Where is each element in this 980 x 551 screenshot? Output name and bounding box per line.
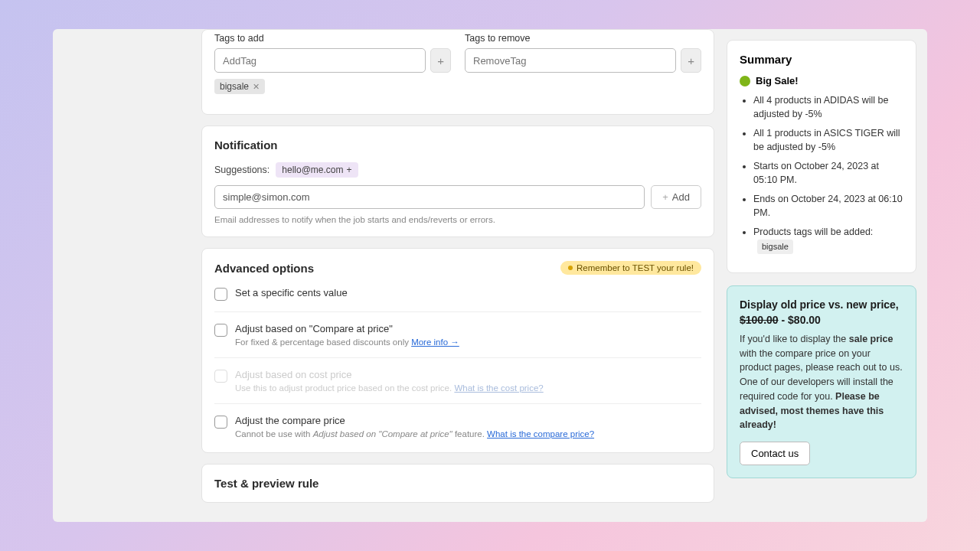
checkbox-cents[interactable] — [214, 288, 227, 301]
remove-tag-icon[interactable]: ✕ — [253, 82, 260, 92]
option-compare-price: Adjust based on "Compare at price" For f… — [214, 312, 701, 358]
option-cost-price: Adjust based on cost price Use this to a… — [214, 358, 701, 404]
summary-item: Products tags will be added:bigsale — [753, 226, 903, 254]
tags-add-plus-button[interactable]: + — [430, 48, 451, 73]
notification-email-input[interactable] — [214, 185, 645, 209]
option-adjust-compare: Adjust the compare price Cannot be use w… — [214, 404, 701, 449]
more-info-link[interactable]: More info → — [411, 337, 459, 347]
checkbox-adjust-compare[interactable] — [214, 416, 227, 429]
tags-remove-label: Tags to remove — [465, 33, 701, 44]
summary-item: Starts on October 24, 2023 at 05:10 PM. — [753, 160, 903, 187]
plus-icon: + — [347, 165, 352, 175]
summary-tag: bigsale — [757, 240, 793, 254]
plus-icon: + — [662, 191, 668, 203]
compare-price-link[interactable]: What is the compare price? — [487, 429, 594, 439]
notification-title: Notification — [214, 139, 701, 152]
checkbox-compare[interactable] — [214, 324, 227, 337]
promo-title: Display old price vs. new price, — [740, 298, 903, 311]
tags-add-input[interactable] — [214, 48, 426, 73]
notification-card: Notification Suggestions: hello@me.com +… — [201, 126, 714, 237]
test-preview-card: Test & preview rule — [201, 464, 714, 503]
tags-card: Tags to add + bigsale ✕ Tags to remove + — [201, 29, 714, 115]
promo-card: Display old price vs. new price, $100.00… — [727, 285, 916, 478]
contact-us-button[interactable]: Contact us — [740, 442, 810, 465]
promo-body: If you'd like to display the sale price … — [740, 332, 903, 432]
summary-item: All 4 products in ADIDAS will be adjuste… — [753, 94, 903, 121]
summary-item: Ends on October 24, 2023 at 06:10 PM. — [753, 193, 903, 220]
cost-price-link[interactable]: What is the cost price? — [454, 383, 543, 393]
existing-tag-pill: bigsale ✕ — [214, 79, 265, 94]
warning-dot-icon — [568, 266, 573, 270]
advanced-card: Advanced options Remember to TEST your r… — [201, 248, 714, 453]
summary-item: All 1 products in ASICS TIGER will be ad… — [753, 127, 903, 154]
rule-name: Big Sale! — [756, 75, 799, 86]
advanced-title: Advanced options — [214, 262, 314, 275]
option-cents-value: Set a specific cents value — [214, 285, 701, 312]
notification-helper: Email addresses to notify when the job s… — [214, 215, 701, 224]
summary-card: Summary Big Sale! All 4 products in ADID… — [727, 40, 916, 273]
checkbox-cost — [214, 370, 227, 383]
suggestions-label: Suggestions: — [214, 165, 270, 175]
suggestion-pill[interactable]: hello@me.com + — [276, 162, 358, 178]
tags-remove-input[interactable] — [465, 48, 676, 73]
summary-title: Summary — [740, 53, 903, 66]
test-preview-title: Test & preview rule — [214, 477, 701, 490]
tags-remove-plus-button[interactable]: + — [681, 48, 701, 73]
summary-list: All 4 products in ADIDAS will be adjuste… — [740, 94, 903, 254]
test-reminder-badge: Remember to TEST your rule! — [560, 261, 701, 275]
price-comparison: $100.00 - $80.00 — [740, 314, 903, 326]
notification-add-button[interactable]: + Add — [651, 185, 701, 209]
tags-add-label: Tags to add — [214, 33, 451, 44]
status-dot-icon — [740, 76, 750, 86]
